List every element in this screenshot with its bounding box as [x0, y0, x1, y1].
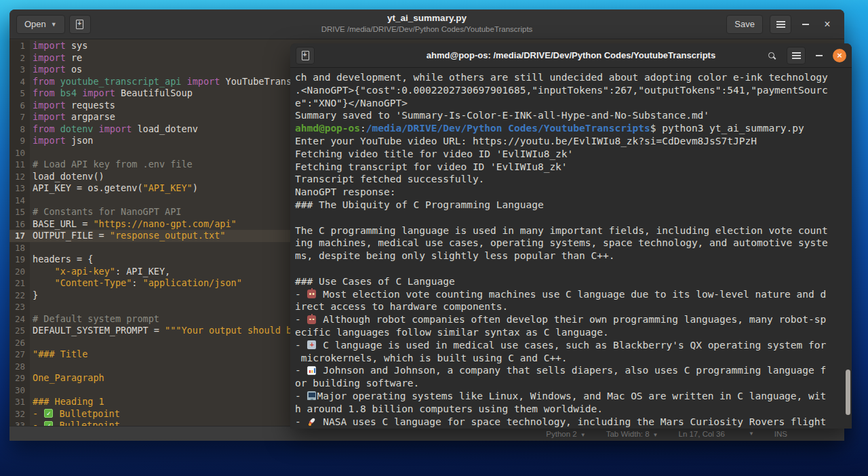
save-button[interactable]: Save: [726, 15, 763, 34]
text-token: from: [33, 123, 55, 134]
text-token: e":"XNO"}</NanoGPT>: [295, 98, 408, 108]
code-text: API_KEY = os.getenv("API_KEY"): [30, 182, 198, 195]
open-button[interactable]: Open ▼: [16, 15, 65, 34]
code-text: DEFAULT_SYSTEM_PROMPT = """Your output s…: [30, 325, 297, 337]
line-number: 28: [9, 361, 30, 373]
line-number: 17: [9, 230, 30, 242]
code-text: # Constants for NanoGPT API: [30, 206, 181, 218]
terminal-menu-button[interactable]: [787, 47, 806, 64]
hamburger-menu-icon: [792, 55, 801, 56]
code-text: BASE_URL = "https://nano-gpt.com/api": [30, 218, 237, 231]
text-token: Fetching transcript for video ID 'EvlIWI…: [295, 161, 568, 172]
text-token: [77, 87, 82, 98]
line-number: 1: [9, 40, 30, 52]
cursor-position-label: Ln 17, Col 36: [678, 430, 724, 438]
code-text: import sys: [30, 40, 87, 52]
text-token: ): [193, 182, 198, 193]
text-token: ing machines, medical use cases, operati…: [295, 237, 828, 248]
new-document-button[interactable]: [69, 15, 91, 34]
line-number: 14: [9, 195, 30, 207]
code-text: import os: [30, 64, 82, 76]
close-icon: ×: [837, 51, 842, 60]
code-text: from bs4 import BeautifulSoup: [30, 87, 193, 100]
text-token: Johnson and Johnson, a company that sell…: [317, 365, 826, 376]
line-number: 11: [9, 159, 30, 171]
text-token: os: [66, 64, 82, 75]
terminal-line: ch and development, while others are sti…: [295, 71, 852, 84]
text-token: C language is used in medical use cases,…: [317, 340, 826, 351]
text-token: -: [295, 365, 307, 376]
search-button[interactable]: [762, 47, 781, 64]
code-text: "### Title: [30, 349, 87, 361]
text-token: NanoGPT response:: [295, 186, 395, 197]
terminal-minimize-button[interactable]: [812, 48, 827, 63]
text-token: ### Heading 1: [33, 396, 104, 407]
terminal-close-button[interactable]: ×: [833, 49, 846, 62]
terminal-line: - Johnson and Johnson, a company that se…: [295, 364, 852, 377]
line-number: 30: [9, 384, 30, 397]
code-text: import requests: [30, 100, 115, 112]
code-text: }: [30, 290, 38, 302]
new-tab-button[interactable]: [296, 47, 315, 64]
line-number: 22: [9, 290, 30, 302]
text-token: -: [295, 314, 307, 325]
text-token: re: [66, 52, 82, 63]
code-text: from dotenv import load_dotenv: [30, 123, 198, 136]
hospital-emoji-icon: [307, 340, 316, 349]
robot-emoji-icon: [307, 315, 316, 324]
line-number: 23: [9, 301, 30, 313]
line-number: 18: [9, 242, 30, 254]
chevron-down-icon: ▼: [51, 21, 57, 28]
language-mode-selector[interactable]: Python 2▼: [546, 430, 585, 438]
insert-mode-label: INS: [774, 430, 787, 438]
terminal-line: - C language is used in medical use case…: [295, 339, 852, 352]
chevron-down-icon[interactable]: ▼: [749, 431, 754, 437]
text-token: The C programming language is used in ma…: [295, 225, 828, 236]
terminal-line: ing machines, medical use cases, operati…: [295, 237, 852, 250]
line-number: 2: [9, 52, 30, 64]
gedit-menu-button[interactable]: [770, 15, 791, 34]
line-number: 13: [9, 182, 30, 195]
terminal-line: NanoGPT response:: [295, 186, 852, 199]
gedit-close-button[interactable]: ×: [820, 17, 835, 32]
line-number: 25: [9, 325, 30, 337]
gedit-minimize-button[interactable]: [798, 17, 813, 32]
terminal-line: ecific languages follow similar syntax a…: [295, 326, 852, 339]
terminal-headerbar[interactable]: ahmd@pop-os: /media/DRIVE/Dev/Python Cod…: [290, 43, 852, 68]
text-token: ch and development, while others are sti…: [295, 72, 828, 83]
text-token: BASE_URL =: [33, 218, 93, 229]
terminal-line: The C programming language is used in ma…: [295, 224, 852, 237]
code-text: "x-api-key": API_KEY,: [30, 266, 170, 278]
text-token: bs4: [60, 87, 77, 98]
terminal-line: Enter your YouTube video URL: https://yo…: [295, 135, 852, 148]
code-text: import argparse: [30, 111, 115, 123]
text-token: ecific languages follow similar syntax a…: [295, 327, 609, 338]
text-token: "https://nano-gpt.com/api": [93, 218, 236, 229]
code-text: - Bulletpoint: [30, 420, 120, 426]
text-token: from: [33, 76, 55, 87]
tab-width-selector[interactable]: Tab Width: 8▼: [606, 430, 658, 438]
text-token: -: [33, 420, 43, 426]
terminal-output-area[interactable]: ch and development, while others are sti…: [290, 68, 852, 429]
document-path: DRIVE /media/DRIVE/Dev/Python Codes/Yout…: [9, 24, 844, 34]
text-token: -: [295, 391, 307, 401]
check-emoji-icon: [44, 409, 53, 418]
code-text: One_Paragraph: [30, 372, 104, 384]
hamburger-menu-icon: [776, 24, 785, 25]
line-number: 10: [9, 147, 30, 159]
terminal-line: ms, despite being only slightly less pop…: [295, 250, 852, 262]
terminal-line: - Major operating systems like Linux, Wi…: [295, 390, 852, 403]
line-number: 21: [9, 277, 30, 290]
code-text: load_dotenv(): [30, 171, 104, 183]
text-token: Most election vote counting machines use…: [317, 289, 826, 300]
terminal-line: Fetching transcript for video ID 'EvlIWI…: [295, 161, 852, 174]
gedit-headerbar[interactable]: Open ▼ yt_ai_summary.py DRIVE /media/DRI…: [9, 9, 844, 39]
code-text: # Default system prompt: [30, 313, 159, 325]
line-number: 7: [9, 111, 30, 123]
text-token: load_dotenv(): [33, 171, 104, 182]
text-token: Summary saved to 'Summary-Is-Color-E-INK…: [295, 110, 709, 121]
text-token: Although robot companies often develop t…: [317, 314, 826, 325]
terminal-scrollbar-thumb[interactable]: [846, 370, 850, 415]
terminal-line: Summary saved to 'Summary-Is-Color-E-INK…: [295, 109, 852, 122]
terminal-line: Fetching video title for video ID 'EvlIW…: [295, 148, 852, 161]
